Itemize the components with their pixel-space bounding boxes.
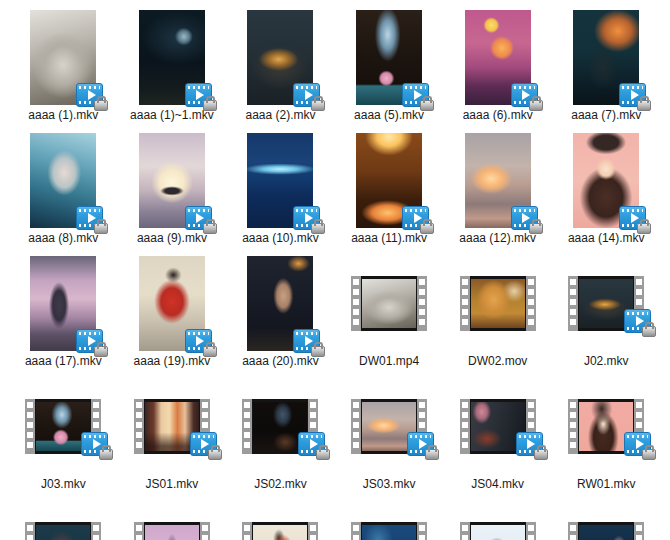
file-item[interactable]: aaaa (1).mkv (9, 10, 118, 133)
video-thumbnail[interactable] (460, 502, 536, 540)
video-thumbnail[interactable] (25, 379, 101, 474)
video-thumbnail[interactable] (134, 379, 210, 474)
file-item[interactable] (552, 502, 661, 540)
film-dots-top (405, 86, 426, 89)
video-play-overlay-icon (511, 206, 538, 230)
file-item[interactable]: DW01.mp4 (335, 256, 444, 379)
file-item[interactable]: aaaa (6).mkv (443, 10, 552, 133)
film-strip-thumbnail (568, 276, 644, 331)
video-thumbnail[interactable] (568, 256, 644, 351)
thumbnail-image-blue-horizon (247, 133, 313, 228)
video-play-overlay-icon (402, 83, 429, 107)
file-item[interactable]: J02.mkv (552, 256, 661, 379)
file-item[interactable]: aaaa (17).mkv (9, 256, 118, 379)
file-name-label: DW01.mp4 (359, 354, 419, 368)
file-item[interactable] (335, 502, 444, 540)
video-thumbnail[interactable] (351, 502, 427, 540)
video-play-overlay-icon (293, 329, 320, 353)
thumbnail-image-luffy-red (139, 256, 205, 351)
file-item[interactable]: aaaa (19).mkv (118, 256, 227, 379)
video-thumbnail[interactable] (242, 502, 318, 540)
film-sprocket-rail-right (634, 522, 644, 540)
file-item[interactable]: aaaa (7).mkv (552, 10, 661, 133)
video-play-overlay-icon (76, 329, 103, 353)
video-thumbnail[interactable] (465, 10, 531, 105)
padlock-icon (425, 449, 439, 460)
file-item[interactable] (118, 502, 227, 540)
file-item[interactable]: aaaa (11).mkv (335, 133, 444, 256)
file-name-label: JS01.mkv (146, 477, 199, 491)
film-sprocket-rail-left (134, 399, 144, 454)
file-item[interactable]: JS01.mkv (118, 379, 227, 502)
play-triangle-icon (631, 90, 639, 100)
thumbnail-image-golden-sparks (356, 133, 422, 228)
video-thumbnail[interactable] (242, 379, 318, 474)
film-frame (144, 522, 200, 540)
video-play-overlay-icon (511, 83, 538, 107)
film-sprocket-rail-left (568, 276, 578, 331)
file-item[interactable]: aaaa (1)~1.mkv (118, 10, 227, 133)
video-thumbnail[interactable] (356, 10, 422, 105)
thumbnail-image-underwater-girl (30, 133, 96, 228)
film-strip-thumbnail (351, 522, 427, 540)
video-thumbnail[interactable] (30, 256, 96, 351)
file-item[interactable]: JS04.mkv (443, 379, 552, 502)
file-item[interactable]: DW02.mov (443, 256, 552, 379)
video-thumbnail[interactable] (568, 502, 644, 540)
padlock-icon (420, 223, 434, 234)
video-thumbnail[interactable] (356, 133, 422, 228)
video-thumbnail[interactable] (460, 256, 536, 351)
file-item[interactable]: JS02.mkv (226, 379, 335, 502)
video-thumbnail[interactable] (573, 10, 639, 105)
film-sprocket-rail-right (91, 522, 101, 540)
play-triangle-icon (414, 213, 422, 223)
file-item[interactable]: aaaa (12).mkv (443, 133, 552, 256)
file-item[interactable]: J03.mkv (9, 379, 118, 502)
video-thumbnail[interactable] (465, 133, 531, 228)
file-item[interactable]: aaaa (14).mkv (552, 133, 661, 256)
file-item[interactable] (443, 502, 552, 540)
video-thumbnail[interactable] (30, 10, 96, 105)
file-name-label: aaaa (19).mkv (134, 354, 211, 368)
video-play-overlay-icon (293, 206, 320, 230)
file-item[interactable]: JS03.mkv (335, 379, 444, 502)
video-thumbnail[interactable] (247, 10, 313, 105)
video-thumbnail[interactable] (247, 133, 313, 228)
thumbnail-image-dark-hair-man (247, 256, 313, 351)
file-item[interactable]: aaaa (5).mkv (335, 10, 444, 133)
file-item[interactable] (9, 502, 118, 540)
thumbnail-image-neon-cafe-girl (573, 10, 639, 105)
video-thumbnail[interactable] (247, 256, 313, 351)
video-thumbnail[interactable] (139, 10, 205, 105)
padlock-icon (203, 346, 217, 357)
file-name-label: JS03.mkv (363, 477, 416, 491)
file-item[interactable] (226, 502, 335, 540)
video-thumbnail[interactable] (139, 133, 205, 228)
film-frame (470, 276, 526, 331)
video-thumbnail[interactable] (568, 379, 644, 474)
file-name-label: aaaa (1).mkv (28, 108, 98, 122)
video-thumbnail[interactable] (573, 133, 639, 228)
film-dots-top (79, 86, 100, 89)
file-item[interactable]: RW01.mkv (552, 379, 661, 502)
padlock-icon (316, 449, 330, 460)
play-triangle-icon (522, 90, 530, 100)
file-name-label: aaaa (5).mkv (354, 108, 424, 122)
video-thumbnail[interactable] (351, 256, 427, 351)
video-thumbnail[interactable] (25, 502, 101, 540)
file-item[interactable]: aaaa (20).mkv (226, 256, 335, 379)
video-thumbnail[interactable] (134, 502, 210, 540)
file-item[interactable]: aaaa (9).mkv (118, 133, 227, 256)
video-thumbnail[interactable] (460, 379, 536, 474)
film-dots-top (301, 435, 322, 438)
video-thumbnail[interactable] (139, 256, 205, 351)
file-name-label: JS04.mkv (471, 477, 524, 491)
video-thumbnail[interactable] (351, 379, 427, 474)
file-item[interactable]: aaaa (8).mkv (9, 133, 118, 256)
file-item[interactable]: aaaa (2).mkv (226, 10, 335, 133)
file-item[interactable]: aaaa (10).mkv (226, 133, 335, 256)
film-strip-thumbnail (460, 276, 536, 331)
video-thumbnail[interactable] (30, 133, 96, 228)
film-sprocket-rail-right (417, 276, 427, 331)
padlock-icon (534, 449, 548, 460)
